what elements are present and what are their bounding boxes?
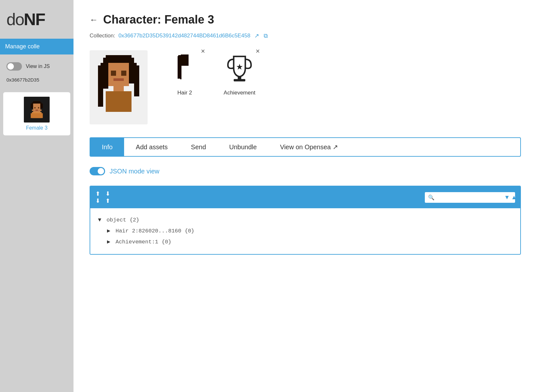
- json-mode-label: JSON mode view: [110, 168, 160, 175]
- main-nft-image: [90, 50, 148, 124]
- json-toolbar: ⬆ ⬇ ⬇ ⬆ 🔍 ▼ ▲: [90, 186, 520, 208]
- sidebar: doNF Manage colle View in JS 0x36677b2D3…: [0, 0, 73, 392]
- svg-rect-3: [33, 103, 41, 110]
- copy-address-button[interactable]: ⧉: [263, 32, 268, 40]
- asset-achievement: × ★ Achievement: [222, 50, 257, 96]
- json-item-1-expand[interactable]: ▶: [107, 239, 110, 245]
- svg-rect-23: [134, 65, 139, 96]
- tab-info[interactable]: Info: [90, 138, 124, 156]
- svg-rect-7: [34, 107, 36, 109]
- logo-light: do: [6, 10, 24, 29]
- asset-hair2-close-button[interactable]: ×: [201, 48, 205, 55]
- svg-rect-0: [33, 101, 41, 103]
- svg-rect-28: [178, 72, 180, 79]
- sidebar-nft-name: Female 3: [26, 125, 48, 131]
- view-toggle-row: View in JS: [0, 62, 73, 71]
- svg-rect-17: [111, 71, 116, 76]
- svg-rect-20: [113, 86, 124, 91]
- sidebar-nft-thumbnail: [24, 97, 50, 122]
- tab-unbundle[interactable]: Unbundle: [218, 138, 268, 156]
- json-item-1-key: Achievement:1 {0}: [115, 239, 171, 245]
- page-header: ← Character: Female 3: [90, 13, 521, 26]
- json-root-row: ▼ object {2}: [98, 215, 513, 226]
- svg-rect-4: [40, 103, 43, 108]
- logo-bold: NF: [24, 10, 45, 29]
- json-search-input[interactable]: [437, 194, 502, 200]
- svg-rect-9: [35, 110, 38, 111]
- tab-add-assets[interactable]: Add assets: [124, 138, 179, 156]
- sidebar-address: 0x36677b2D35: [0, 77, 73, 83]
- sidebar-nft-card[interactable]: Female 3: [3, 92, 70, 135]
- manage-collections-button[interactable]: Manage colle: [0, 39, 73, 54]
- svg-rect-2: [31, 103, 33, 108]
- json-nav-buttons: ▼ ▲: [504, 194, 517, 201]
- view-toggle-switch[interactable]: [6, 62, 22, 71]
- main-content: ← Character: Female 3 Collection: 0x3667…: [73, 0, 537, 392]
- tab-send[interactable]: Send: [179, 138, 218, 156]
- json-nav-down[interactable]: ▼: [504, 194, 510, 201]
- svg-rect-29: [180, 72, 181, 79]
- tab-view-opensea[interactable]: View on Opensea ↗: [268, 138, 350, 156]
- svg-rect-21: [106, 91, 132, 112]
- json-item-0-key: Hair 2:826020...8160 {0}: [115, 228, 194, 234]
- collapse-all-button[interactable]: ⬇ ⬆: [105, 190, 110, 204]
- tab-bar: Info Add assets Send Unbundle View on Op…: [90, 137, 521, 157]
- json-search-box: 🔍 ▼ ▲: [425, 192, 515, 203]
- open-external-button[interactable]: ↗: [254, 32, 260, 40]
- view-toggle-label: View in JS: [26, 64, 50, 69]
- asset-achievement-label: Achievement: [224, 90, 255, 96]
- svg-text:★: ★: [236, 62, 243, 71]
- expand-all-button[interactable]: ⬆ ⬇: [95, 190, 100, 204]
- collection-row: Collection: 0x36677b2D35D539142d482744BD…: [90, 32, 521, 40]
- svg-rect-18: [121, 71, 126, 76]
- svg-rect-8: [38, 107, 39, 109]
- json-nav-up[interactable]: ▲: [511, 194, 517, 201]
- json-content-area: ▼ object {2} ▶ Hair 2:826020...8160 {0} …: [90, 208, 520, 254]
- svg-rect-1: [32, 103, 42, 104]
- asset-achievement-close-button[interactable]: ×: [256, 48, 260, 55]
- asset-hair2-icon: [167, 50, 202, 86]
- json-toolbar-left: ⬆ ⬇ ⬇ ⬆: [95, 190, 110, 204]
- svg-rect-13: [103, 58, 134, 63]
- json-root-label: object {2}: [106, 217, 139, 223]
- nft-display-area: × Hair 2 ×: [90, 50, 521, 124]
- app-logo: doNF: [0, 6, 73, 39]
- collection-address: 0x36677b2D35D539142d482744BD8461d6B6c5E4…: [118, 33, 250, 39]
- collection-label: Collection:: [90, 33, 115, 39]
- svg-rect-19: [113, 78, 124, 81]
- asset-achievement-icon: ★: [222, 50, 257, 86]
- svg-rect-27: [181, 56, 189, 66]
- json-mode-toggle[interactable]: [90, 167, 105, 175]
- page-title: Character: Female 3: [103, 13, 214, 26]
- json-item-0-expand[interactable]: ▶: [107, 228, 110, 234]
- json-viewer: ⬆ ⬇ ⬇ ⬆ 🔍 ▼ ▲ ▼ object {2}: [90, 186, 521, 255]
- back-button[interactable]: ←: [90, 15, 98, 24]
- asset-hair2: × Hair 2: [167, 50, 202, 96]
- asset-hair2-label: Hair 2: [177, 90, 192, 96]
- json-root-expand[interactable]: ▼: [98, 217, 101, 223]
- svg-rect-22: [98, 65, 103, 107]
- svg-rect-31: [234, 79, 245, 81]
- json-mode-toggle-row: JSON mode view: [90, 167, 521, 175]
- json-item-0: ▶ Hair 2:826020...8160 {0}: [98, 226, 513, 237]
- json-item-1: ▶ Achievement:1 {0}: [98, 237, 513, 248]
- svg-rect-11: [31, 113, 43, 118]
- search-icon: 🔍: [428, 194, 434, 201]
